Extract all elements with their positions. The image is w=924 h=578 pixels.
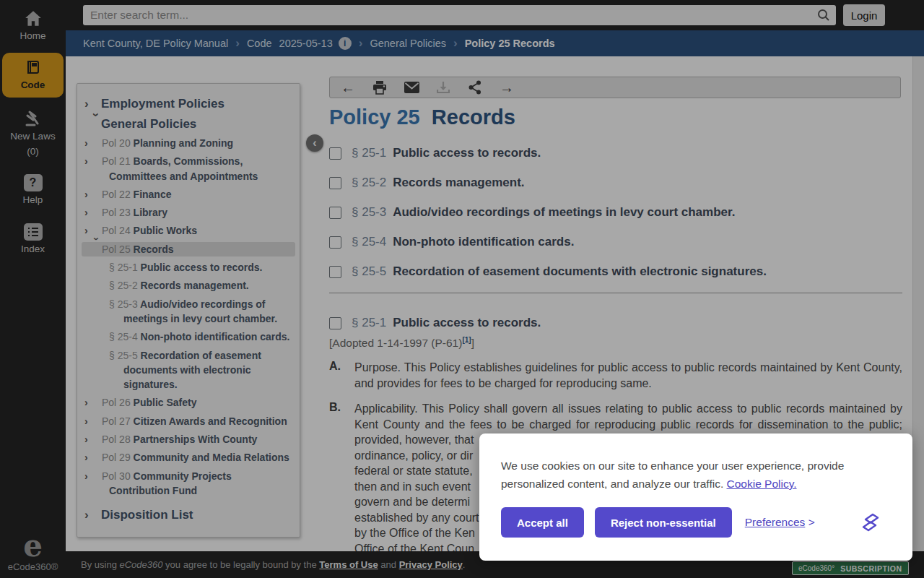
- cookie-consent-banner: We use cookies on our site to enhance yo…: [479, 434, 912, 561]
- accept-all-button[interactable]: Accept all: [501, 507, 584, 538]
- preferences-link[interactable]: Preferences >: [745, 516, 815, 529]
- reject-non-essential-button[interactable]: Reject non-essential: [595, 507, 732, 538]
- app-window: Home Code New Laws (0) ? Help Index e eC…: [0, 0, 924, 578]
- cookie-actions: Accept all Reject non-essential Preferen…: [501, 507, 891, 538]
- cookie-message: We use cookies on our site to enhance yo…: [501, 457, 884, 493]
- preferences-text: Preferences: [745, 516, 806, 528]
- osano-logo-button[interactable]: [859, 510, 882, 535]
- cookie-policy-link[interactable]: Cookie Policy.: [727, 478, 797, 490]
- osano-icon: [859, 510, 882, 535]
- preferences-arrow: >: [808, 516, 815, 528]
